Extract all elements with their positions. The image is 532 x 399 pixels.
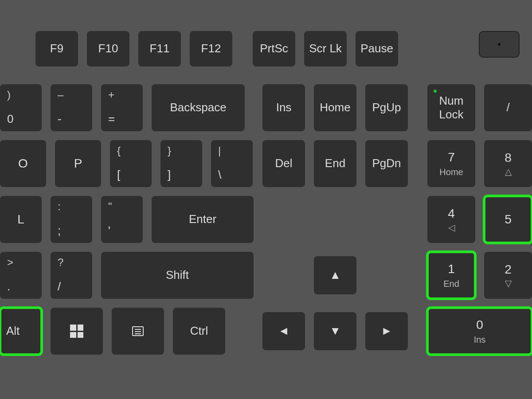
label: Enter <box>189 212 216 226</box>
label-top: " <box>108 200 112 213</box>
key-context-menu[interactable] <box>112 308 164 355</box>
key-rbracket[interactable]: } ] <box>160 140 202 187</box>
key-prtsc[interactable]: PrtSc <box>253 31 295 66</box>
key-pgup[interactable]: PgUp <box>365 84 408 131</box>
label: O <box>18 156 28 171</box>
label: Scr Lk <box>309 42 342 55</box>
label: Alt <box>6 324 20 338</box>
label-bot: ' <box>108 224 110 238</box>
label: L <box>17 212 24 227</box>
label: End <box>325 156 345 170</box>
label: / <box>506 101 509 114</box>
key-quote[interactable]: " ' <box>101 196 143 243</box>
label-top: : <box>58 200 61 213</box>
label-top: ? <box>58 256 63 269</box>
arrow-down-icon: ▽ <box>505 278 512 289</box>
label: 5 <box>505 212 512 227</box>
key-numpad-8[interactable]: 8 △ <box>484 140 532 187</box>
numlock-led-icon <box>434 90 437 93</box>
sub-label: End <box>443 278 459 289</box>
key-del[interactable]: Del <box>262 140 305 187</box>
key-arrow-down[interactable]: ▼ <box>314 312 356 350</box>
arrow-right-icon: ► <box>381 324 392 338</box>
label: Del <box>275 156 292 170</box>
label: F9 <box>50 42 63 55</box>
power-dot-icon <box>498 43 501 46</box>
key-windows[interactable] <box>51 308 103 355</box>
label-bot: - <box>58 112 62 126</box>
label-bot: \ <box>218 168 221 182</box>
sub-label: Home <box>439 167 463 177</box>
key-numpad-divide[interactable]: / <box>484 84 532 131</box>
label: Ctrl <box>190 324 208 338</box>
label-bot: [ <box>117 168 120 182</box>
key-slash[interactable]: ? / <box>51 252 92 299</box>
key-end[interactable]: End <box>314 140 356 187</box>
key-p[interactable]: P <box>55 140 101 187</box>
key-f10[interactable]: F10 <box>87 31 129 66</box>
key-numlock[interactable]: Num Lock <box>427 84 475 131</box>
key-pgdn[interactable]: PgDn <box>365 140 408 187</box>
label: 0 <box>476 317 483 332</box>
key-arrow-right[interactable]: ► <box>365 312 408 350</box>
key-backspace[interactable]: Backspace <box>152 84 245 131</box>
label: 7 <box>448 150 455 165</box>
key-f9[interactable]: F9 <box>35 31 78 66</box>
key-f11[interactable]: F11 <box>138 31 181 66</box>
key-arrow-left[interactable]: ◄ <box>262 312 305 350</box>
windows-icon <box>70 325 83 338</box>
key-enter[interactable]: Enter <box>152 196 254 243</box>
label: F10 <box>98 42 118 55</box>
key-scrlk[interactable]: Scr Lk <box>304 31 347 66</box>
label-2: Lock <box>439 108 464 121</box>
label: 1 <box>448 262 455 277</box>
key-numpad-1[interactable]: 1 End <box>427 252 475 299</box>
arrow-up-icon: △ <box>505 166 512 177</box>
label-top: + <box>108 89 114 102</box>
key-minus[interactable]: – - <box>51 84 92 131</box>
label: 4 <box>448 206 455 221</box>
key-numpad-5[interactable]: 5 <box>484 196 532 243</box>
label-bot: / <box>58 280 61 293</box>
key-l[interactable]: L <box>0 196 42 243</box>
key-ins[interactable]: Ins <box>262 84 305 131</box>
key-numpad-4[interactable]: 4 ◁ <box>427 196 475 243</box>
label: Ins <box>276 101 292 114</box>
key-home[interactable]: Home <box>314 84 356 131</box>
key-backslash[interactable]: | \ <box>211 140 253 187</box>
label: 2 <box>505 262 512 277</box>
key-lbracket[interactable]: { [ <box>110 140 152 187</box>
key-numpad-2[interactable]: 2 ▽ <box>484 252 532 299</box>
key-o[interactable]: O <box>0 140 46 187</box>
key-shift-right[interactable]: Shift <box>101 252 254 299</box>
label-bot: 0 <box>7 112 13 126</box>
label: F11 <box>150 42 170 55</box>
key-f12[interactable]: F12 <box>190 31 232 66</box>
key-alt-left[interactable]: Alt <box>0 308 42 355</box>
label-top: | <box>218 145 221 157</box>
arrow-down-icon: ▼ <box>329 324 341 338</box>
label-bot: ; <box>58 224 61 238</box>
key-numpad-7[interactable]: 7 Home <box>427 140 475 187</box>
label-1: Num <box>439 94 464 108</box>
key-0[interactable]: ) 0 <box>0 84 42 131</box>
key-ctrl-right[interactable]: Ctrl <box>173 308 225 355</box>
key-period[interactable]: > . <box>0 252 42 299</box>
key-pause[interactable]: Pause <box>356 31 398 66</box>
key-numpad-0[interactable]: 0 Ins <box>427 308 532 355</box>
label-top: ) <box>7 89 11 102</box>
label: PrtSc <box>260 42 288 55</box>
arrow-up-icon: ▲ <box>329 268 341 282</box>
label: F12 <box>201 42 221 55</box>
power-button[interactable] <box>479 31 520 58</box>
sub-label: Ins <box>474 334 486 345</box>
label-bot: = <box>108 112 115 126</box>
label-top: } <box>168 145 171 157</box>
label: P <box>74 156 82 171</box>
key-arrow-up[interactable]: ▲ <box>314 256 356 294</box>
label: Shift <box>166 268 189 282</box>
label-top: – <box>58 89 63 102</box>
key-equals[interactable]: + = <box>101 84 143 131</box>
label-top: { <box>117 145 121 157</box>
key-semicolon[interactable]: : ; <box>51 196 92 243</box>
